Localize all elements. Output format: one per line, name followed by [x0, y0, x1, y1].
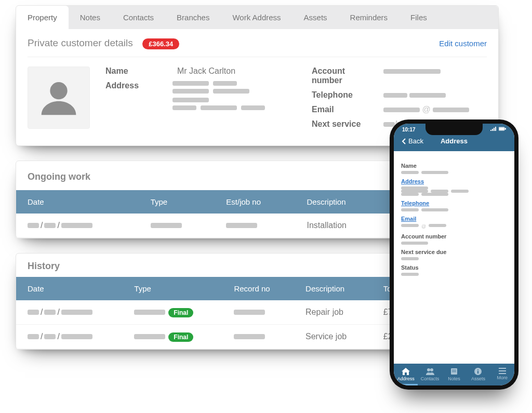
- phone-mockup: 10:17 Back Address Name Address Telephon…: [390, 119, 518, 390]
- avatar-icon: [38, 77, 79, 118]
- name-label: Name: [105, 66, 168, 76]
- history-title: History: [28, 261, 60, 272]
- final-badge: Final: [168, 332, 193, 342]
- p-telephone-label[interactable]: Telephone: [401, 200, 507, 206]
- p-account-label: Account number: [401, 233, 507, 239]
- balance-pill: £366.34: [142, 38, 179, 49]
- menu-icon: [499, 368, 506, 374]
- tab-files[interactable]: Files: [399, 6, 438, 29]
- section-title: Private customer details: [28, 37, 133, 48]
- hcol-record: Record no: [222, 277, 294, 300]
- col-estjob: Est/job no: [215, 190, 295, 214]
- phone-notch: [425, 124, 483, 135]
- account-label: Account number: [312, 66, 374, 85]
- hcol-type: Type: [123, 277, 222, 300]
- account-value: [383, 66, 441, 76]
- telephone-value: [383, 90, 446, 100]
- address-value: [172, 81, 281, 113]
- notes-icon: [450, 368, 458, 375]
- phone-status-icons: [490, 127, 506, 131]
- svg-rect-3: [494, 128, 495, 131]
- svg-rect-14: [477, 371, 478, 374]
- svg-rect-1: [490, 130, 491, 131]
- svg-rect-7: [499, 128, 504, 130]
- ptab-more[interactable]: More: [490, 364, 514, 385]
- svg-rect-11: [452, 370, 456, 370]
- ptab-assets[interactable]: Assets: [466, 364, 490, 385]
- date-placeholder: //: [28, 308, 92, 317]
- telephone-label: Telephone: [312, 90, 374, 100]
- battery-icon: [499, 127, 506, 131]
- email-label: Email: [312, 105, 374, 114]
- record-placeholder: [234, 310, 265, 315]
- tab-work-address[interactable]: Work Address: [221, 6, 292, 29]
- col-description: Description: [295, 190, 383, 214]
- svg-rect-18: [499, 373, 506, 374]
- svg-point-0: [50, 82, 67, 99]
- phone-tabbar: Address Contacts Notes Assets More: [394, 364, 514, 385]
- final-badge: Final: [168, 308, 193, 317]
- edit-customer-link[interactable]: Edit customer: [439, 39, 487, 48]
- info-icon: [474, 368, 482, 375]
- jobno-placeholder: [226, 223, 257, 228]
- hcol-description: Description: [294, 277, 372, 300]
- svg-point-9: [430, 368, 433, 371]
- type-placeholder: [134, 334, 165, 339]
- date-placeholder: //: [28, 332, 92, 341]
- date-placeholder: //: [28, 221, 92, 230]
- ptab-notes[interactable]: Notes: [442, 364, 466, 385]
- address-label: Address: [105, 81, 163, 90]
- next-service-label: Next service: [312, 119, 374, 129]
- ptab-contacts[interactable]: Contacts: [418, 364, 442, 385]
- svg-rect-4: [495, 127, 496, 131]
- svg-rect-16: [499, 368, 506, 369]
- name-value: Mr Jack Carlton: [177, 66, 235, 76]
- record-placeholder: [234, 334, 265, 339]
- p-name-label: Name: [401, 163, 507, 169]
- phone-body: Name Address Telephone Email @ Account n…: [394, 151, 514, 279]
- avatar: [28, 66, 90, 129]
- svg-rect-2: [492, 129, 493, 131]
- p-status-label: Status: [401, 264, 507, 271]
- tab-notes[interactable]: Notes: [69, 6, 112, 29]
- contacts-icon: [426, 368, 434, 375]
- hcol-date: Date: [16, 277, 123, 300]
- ptab-address[interactable]: Address: [394, 364, 418, 385]
- tab-assets[interactable]: Assets: [292, 6, 339, 29]
- phone-title: Address: [394, 137, 514, 145]
- history-description: Service job: [294, 325, 372, 349]
- svg-rect-17: [499, 370, 506, 371]
- svg-point-8: [427, 368, 430, 371]
- svg-point-15: [477, 369, 478, 370]
- svg-rect-6: [505, 128, 506, 129]
- col-type: Type: [139, 190, 215, 214]
- description-cell: Installation: [295, 214, 383, 238]
- p-address-label[interactable]: Address: [401, 178, 507, 184]
- phone-time: 10:17: [402, 127, 416, 132]
- ongoing-title: Ongoing work: [28, 171, 90, 182]
- email-value: @: [383, 105, 469, 114]
- p-email-label[interactable]: Email: [401, 216, 507, 222]
- p-next-service-label: Next service due: [401, 249, 507, 255]
- home-icon: [402, 368, 410, 375]
- col-date: Date: [16, 190, 139, 214]
- tab-contacts[interactable]: Contacts: [112, 6, 165, 29]
- tab-branches[interactable]: Branches: [165, 6, 221, 29]
- type-placeholder: [151, 223, 182, 228]
- type-placeholder: [134, 310, 165, 315]
- tab-reminders[interactable]: Reminders: [339, 6, 400, 29]
- tabs-bar: Property Notes Contacts Branches Work Ad…: [16, 6, 498, 29]
- svg-rect-12: [452, 371, 456, 372]
- tab-property[interactable]: Property: [16, 6, 69, 29]
- signal-icon: [490, 127, 497, 131]
- history-description: Repair job: [294, 300, 372, 325]
